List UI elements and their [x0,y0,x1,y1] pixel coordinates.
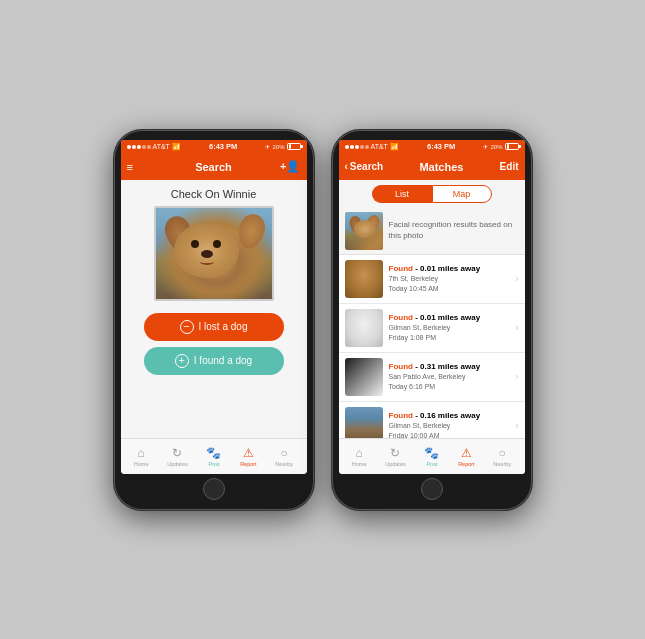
match-thumb-img-4 [345,407,383,438]
map-toggle-button[interactable]: Map [432,185,492,203]
match-item-4[interactable]: Found - 0.16 miles away Gilman St, Berke… [339,402,525,438]
menu-icon-1[interactable]: ≡ [127,161,133,173]
p2-dot3 [355,145,359,149]
match-time-1: Today 10:45 AM [389,284,510,294]
match-status-1: Found - 0.01 miles away [389,264,510,273]
found-label-4: Found [389,411,413,420]
carrier-2: AT&T [371,143,388,150]
dot2 [132,145,136,149]
match-list: Found - 0.01 miles away 7th St, Berkeley… [339,255,525,438]
tab-home-2[interactable]: ⌂ Home [352,446,367,467]
match-thumb-4 [345,407,383,438]
lost-dog-button[interactable]: − I lost a dog [144,313,284,341]
status-bar-1: AT&T 📶 6:43 PM ✈ 20% [121,140,307,154]
tab-post-label-1: Post [208,461,219,467]
phone-1-screen: AT&T 📶 6:43 PM ✈ 20% ≡ Search +👤 [121,140,307,474]
dot1 [127,145,131,149]
match-distance-3: - 0.31 miles away [415,362,480,371]
match-street-2: Gilman St, Berkeley [389,323,510,333]
back-label: Search [350,161,383,172]
dot5 [147,145,151,149]
updates-icon-2: ↻ [390,446,400,460]
p2-dot5 [365,145,369,149]
signal-dots-2 [345,145,369,149]
dot4 [142,145,146,149]
chevron-icon-2: › [515,322,518,333]
back-button[interactable]: ‹ Search [345,161,384,172]
tab-report-1[interactable]: ⚠ Report [240,446,257,467]
tab-post-2[interactable]: 🐾 Post [424,446,439,467]
tab-home-label-2: Home [352,461,367,467]
chevron-icon-4: › [515,420,518,431]
signal-dots-1 [127,145,151,149]
match-item-1[interactable]: Found - 0.01 miles away 7th St, Berkeley… [339,255,525,304]
check-on-subtitle: Check On Winnie [171,188,257,200]
tab-updates-label-1: Updates [167,461,188,467]
match-item-3[interactable]: Found - 0.31 miles away San Pablo Ave, B… [339,353,525,402]
time-1: 6:43 PM [209,142,237,151]
edit-button[interactable]: Edit [500,161,519,172]
match-item-2[interactable]: Found - 0.01 miles away Gilman St, Berke… [339,304,525,353]
list-toggle-button[interactable]: List [372,185,432,203]
match-time-3: Today 6:16 PM [389,382,510,392]
tab-post-1[interactable]: 🐾 Post [206,446,221,467]
phone2-body: List Map Facial recognit [339,180,525,474]
nearby-icon-1: ○ [281,446,288,460]
home-button-1[interactable] [203,478,225,500]
add-user-icon-1[interactable]: +👤 [280,160,300,173]
chevron-icon-3: › [515,371,518,382]
dog-ear-right [234,211,267,251]
lost-button-label: I lost a dog [199,321,248,332]
status-bar-left-1: AT&T 📶 [127,143,181,151]
chevron-icon-1: › [515,273,518,284]
wifi-icon-1: 📶 [172,143,181,151]
match-status-3: Found - 0.31 miles away [389,362,510,371]
facial-thumb-image [345,212,383,250]
toggle-tabs: List Map [339,180,525,208]
match-distance-2: - 0.01 miles away [415,313,480,322]
tab-report-2[interactable]: ⚠ Report [458,446,475,467]
phones-container: AT&T 📶 6:43 PM ✈ 20% ≡ Search +👤 [114,130,532,510]
match-info-3: Found - 0.31 miles away San Pablo Ave, B… [389,362,510,392]
tab-nearby-1[interactable]: ○ Nearby [275,446,293,467]
phone-1: AT&T 📶 6:43 PM ✈ 20% ≡ Search +👤 [114,130,314,510]
found-label-3: Found [389,362,413,371]
wifi-icon-2: 📶 [390,143,399,151]
phone-2: AT&T 📶 6:43 PM ✈ 20% ‹ Search M [332,130,532,510]
found-dog-button[interactable]: + I found a dog [144,347,284,375]
tab-updates-1[interactable]: ↻ Updates [167,446,188,467]
match-thumb-img-2 [345,309,383,347]
plus-icon: + [175,354,189,368]
tab-post-label-2: Post [426,461,437,467]
found-label-1: Found [389,264,413,273]
match-info-4: Found - 0.16 miles away Gilman St, Berke… [389,411,510,438]
match-street-1: 7th St, Berkeley [389,274,510,284]
facial-recognition-banner: Facial recognition results based on this… [339,208,525,255]
updates-icon-1: ↻ [172,446,182,460]
tab-report-label-2: Report [458,461,475,467]
battery-icon-2 [505,143,519,150]
home-icon-1: ⌂ [138,446,145,460]
tab-home-1[interactable]: ⌂ Home [134,446,149,467]
dog-nose [201,250,213,258]
home-icon-2: ⌂ [356,446,363,460]
nearby-icon-2: ○ [499,446,506,460]
tab-nearby-label-1: Nearby [275,461,293,467]
match-info-2: Found - 0.01 miles away Gilman St, Berke… [389,313,510,343]
nav-header-2: ‹ Search Matches Edit [339,154,525,180]
phone1-body: Check On Winnie − I [121,180,307,438]
back-chevron-icon: ‹ [345,161,348,172]
home-button-2[interactable] [421,478,443,500]
paw-icon-2: 🐾 [424,446,439,460]
dog-photo [154,206,274,301]
battery-fill-1 [289,144,291,149]
map-label: Map [453,189,471,199]
match-distance-4: - 0.16 miles away [415,411,480,420]
minus-icon: − [180,320,194,334]
tab-updates-2[interactable]: ↻ Updates [385,446,406,467]
match-distance-1: - 0.01 miles away [415,264,480,273]
tab-nearby-2[interactable]: ○ Nearby [493,446,511,467]
nav-title-1: Search [195,161,232,173]
status-bar-right-1: ✈ 20% [265,143,300,150]
match-thumb-1 [345,260,383,298]
